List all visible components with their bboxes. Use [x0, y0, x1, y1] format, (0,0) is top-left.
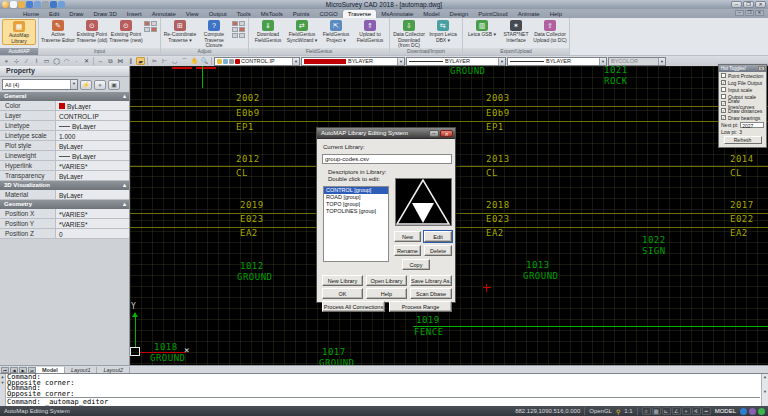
quick-select-button[interactable]: ⚡ — [80, 80, 92, 90]
tab-tools[interactable]: Tools — [232, 10, 256, 18]
restore-button[interactable]: ❐ — [743, 1, 754, 8]
small-tool-icon[interactable] — [232, 27, 238, 32]
polyline-icon[interactable]: ⌇ — [32, 57, 41, 65]
automap-dialog-title-bar[interactable]: AutoMAP Library Editing System – ✕ — [317, 128, 455, 139]
snap-icon[interactable]: ⊹ — [12, 57, 21, 65]
tab-animate[interactable]: Animate — [513, 10, 545, 18]
tab-insert[interactable]: Insert — [122, 10, 147, 18]
property-value[interactable]: 0 — [56, 229, 129, 238]
annotation-scale[interactable]: 1:1 — [624, 408, 632, 414]
small-tool-icon[interactable] — [239, 21, 245, 26]
tab-cogo[interactable]: COGO — [314, 10, 342, 18]
collapse-icon[interactable]: ▴ — [123, 200, 126, 209]
tab-traverse[interactable]: Traverse — [343, 10, 376, 18]
linetype-dropdown[interactable]: BYLAYER▼ — [406, 57, 506, 66]
tab-points[interactable]: Points — [288, 10, 315, 18]
tab-help[interactable]: Help — [545, 10, 567, 18]
minimize-button[interactable]: – — [731, 1, 742, 8]
toggle-draw-distances[interactable]: ✓Draw distances — [719, 107, 766, 114]
doc-close-button[interactable]: ✕ — [755, 10, 764, 16]
snap-toggle-icon[interactable]: ⌗ — [642, 407, 651, 415]
active-traverse-editor-button[interactable]: ✎Active Traverse Editor — [41, 19, 75, 43]
small-tool-icon[interactable] — [239, 27, 245, 32]
fieldgenius-project-button[interactable]: ⇱FieldGenius Project ▾ — [319, 19, 353, 43]
layout-tab-layout1[interactable]: Layout1 — [65, 367, 98, 373]
tab-output[interactable]: Output — [204, 10, 232, 18]
pickadd-toggle-button[interactable]: ▣ — [108, 80, 120, 90]
toggle-log-file-output[interactable]: ✓Log File Output — [719, 79, 766, 86]
doc-minimize-button[interactable]: – — [735, 10, 744, 16]
move-icon[interactable]: ↔ — [96, 57, 105, 65]
descriptor-item-control-group[interactable]: CONTROL [group] — [324, 187, 388, 194]
property-value[interactable]: ByLayer — [56, 190, 129, 199]
line-icon[interactable]: ∕ — [22, 57, 31, 65]
erase-icon[interactable]: ✕ — [82, 57, 91, 65]
select-objects-button[interactable]: ⌖ — [94, 80, 106, 90]
small-tool-icon[interactable] — [232, 21, 238, 26]
property-value[interactable]: ByLayer — [56, 141, 129, 150]
edit-button[interactable]: Edit — [424, 231, 452, 242]
command-prompt[interactable]: Command: _automap_editor — [7, 397, 760, 405]
fillet-icon[interactable]: ◡ — [170, 57, 179, 65]
star-net-interface-button[interactable]: ✶STAR*NET Interface — [499, 19, 533, 43]
tab-design[interactable]: Design — [445, 10, 474, 18]
small-tool-icon[interactable] — [144, 21, 150, 26]
point-icon[interactable]: ∙ — [72, 57, 81, 65]
existing-point-traverse-new-button[interactable]: ⊙Existing Point Traverse (new) — [109, 19, 143, 43]
import-leica-dbx-button[interactable]: ⇆Import Leica DBX ▾ — [426, 19, 460, 43]
color-dropdown[interactable]: BYLAYER▼ — [301, 57, 405, 66]
existing-point-traverse-old-button[interactable]: ⊙Existing Point Traverse (old) — [75, 19, 109, 43]
descriptor-list[interactable]: CONTROL [group]ROAD [group]TOPO [group]T… — [323, 186, 389, 262]
command-scrollbar[interactable]: ▲▼ — [761, 374, 768, 406]
layer-dropdown[interactable]: CONTROL.IP▼ — [214, 57, 300, 66]
small-tool-icon[interactable] — [151, 27, 157, 32]
command-window-splitter[interactable]: ▲▼ — [0, 374, 6, 406]
checkbox-checked[interactable]: ✓ — [721, 108, 726, 113]
pan-icon[interactable]: ✋ — [190, 57, 199, 65]
tab-model[interactable]: Model — [418, 10, 444, 18]
checkbox-unchecked[interactable] — [721, 87, 726, 92]
tab-msannotate[interactable]: MsAnnotate — [376, 10, 418, 18]
property-value[interactable]: ByLayer — [56, 171, 129, 180]
help-button[interactable]: Help — [366, 288, 407, 299]
small-tool-icon[interactable] — [144, 27, 150, 32]
property-value[interactable]: *VARIES* — [56, 209, 129, 218]
ok-button[interactable]: OK — [322, 288, 363, 299]
automap-library-button[interactable]: ▦AutoMap Library — [2, 19, 36, 45]
new-button[interactable]: New — [394, 231, 421, 242]
toggle-draw-bearings[interactable]: ✓Draw bearings — [719, 114, 766, 121]
zoom-icon[interactable]: 🔍 — [200, 57, 209, 65]
polar-toggle-icon[interactable]: ∠ — [672, 407, 681, 415]
descriptor-item-topo-group[interactable]: TOPO [group] — [324, 201, 388, 208]
section-general[interactable]: General▴ — [0, 92, 129, 101]
dialog-minimize-icon[interactable]: – — [429, 130, 439, 137]
property-value[interactable]: ByLayer — [56, 151, 129, 160]
cloud-indicator-icon[interactable] — [749, 408, 756, 415]
tab-home[interactable]: Home — [18, 10, 44, 18]
property-value[interactable]: CONTROL.IP — [56, 111, 129, 120]
mirror-icon[interactable]: ⋈ — [116, 57, 125, 65]
checkbox-checked[interactable]: ✓ — [721, 101, 726, 106]
offset-icon[interactable]: ∥ — [126, 57, 135, 65]
rectangle-icon[interactable]: ▭ — [42, 57, 51, 65]
open-library-button[interactable]: Open Library — [366, 275, 407, 286]
tab-nav-first-icon[interactable]: ⏮ — [1, 367, 9, 373]
ortho-toggle-icon[interactable]: ⊾ — [662, 407, 671, 415]
copy-icon[interactable]: ⧉ — [106, 57, 115, 65]
tab-pointcloud[interactable]: PointCloud — [473, 10, 512, 18]
collapse-icon[interactable]: ▴ — [123, 181, 126, 190]
property-value[interactable]: *VARIES* — [56, 161, 129, 170]
collapse-icon[interactable]: ▴ — [123, 92, 126, 101]
checkbox-unchecked[interactable] — [721, 73, 726, 78]
tab-view[interactable]: View — [181, 10, 204, 18]
compute-traverse-closure-button[interactable]: ?Compute Traverse Closure — [197, 19, 231, 49]
extend-icon[interactable]: ⊢ — [160, 57, 169, 65]
checkbox-checked[interactable]: ✓ — [721, 115, 726, 120]
close-button[interactable]: ✕ — [755, 1, 766, 8]
layout-tab-model[interactable]: Model — [36, 367, 65, 373]
property-value[interactable]: *VARIES* — [56, 219, 129, 228]
renderer-label[interactable]: OpenGL — [589, 408, 612, 414]
checkbox-checked[interactable]: ✓ — [721, 80, 726, 85]
current-library-field[interactable]: group-codes.csv — [322, 154, 452, 164]
esnap-toggle-icon[interactable]: ⌖ — [682, 407, 691, 415]
